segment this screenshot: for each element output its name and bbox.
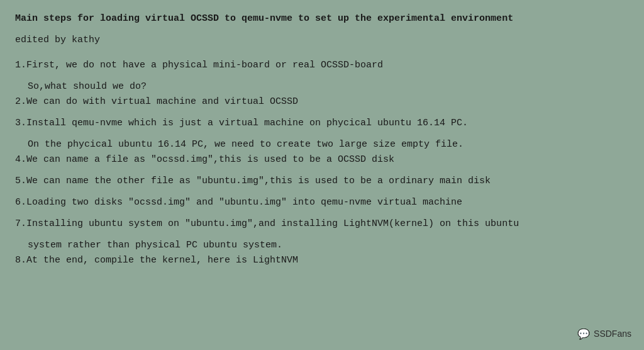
- step-step6: 6.Loading two disks "ocssd.img" and "ubu…: [15, 195, 629, 210]
- step-step8: 8.At the end, compile the kernel, here i…: [15, 253, 629, 268]
- step-step5: 5.We can name the other file as "ubuntu.…: [15, 174, 629, 189]
- step-step4: 4.We can name a file as "ocssd.img",this…: [15, 152, 629, 167]
- step-step2: 2.We can do with virtual machine and vir…: [15, 94, 629, 110]
- main-content: Main steps for loading virtual OCSSD to …: [0, 0, 644, 286]
- step-main-step5: 5.We can name the other file as "ubuntu.…: [15, 174, 629, 189]
- steps-container: 1.First, we do not have a physical mini-…: [15, 58, 629, 268]
- main-title: Main steps for loading virtual OCSSD to …: [15, 11, 629, 26]
- step-indent-step3: On the phycical ubuntu 16.14 PC, we need…: [28, 137, 629, 152]
- watermark-text: SSDFans: [594, 329, 631, 339]
- step-main-step7: 7.Installing ubuntu system on "ubuntu.im…: [15, 217, 629, 232]
- wechat-icon: 💬: [577, 327, 590, 340]
- step-main-step3: 3.Install qemu-nvme which is just a virt…: [15, 116, 629, 131]
- edited-by: edited by kathy: [15, 33, 629, 48]
- step-main-step2: 2.We can do with virtual machine and vir…: [15, 94, 629, 110]
- step-main-step1: 1.First, we do not have a physical mini-…: [15, 58, 629, 73]
- step-step7: 7.Installing ubuntu system on "ubuntu.im…: [15, 217, 629, 253]
- watermark: 💬 SSDFans: [577, 327, 631, 340]
- step-main-step6: 6.Loading two disks "ocssd.img" and "ubu…: [15, 195, 629, 210]
- step-indent-step1: So,what should we do?: [28, 79, 629, 94]
- step-step3: 3.Install qemu-nvme which is just a virt…: [15, 116, 629, 152]
- step-indent-step7: system rather than physical PC ubuntu sy…: [28, 238, 629, 253]
- step-main-step4: 4.We can name a file as "ocssd.img",this…: [15, 152, 629, 167]
- step-step1: 1.First, we do not have a physical mini-…: [15, 58, 629, 94]
- step-main-step8: 8.At the end, compile the kernel, here i…: [15, 253, 629, 268]
